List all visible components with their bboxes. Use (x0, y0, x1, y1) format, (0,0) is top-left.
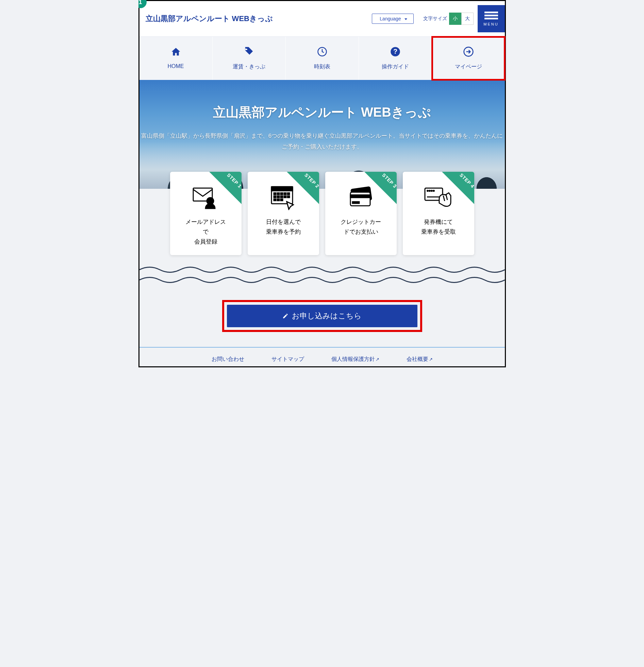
svg-rect-11 (281, 193, 283, 195)
step-ribbon (442, 172, 474, 204)
nav-timetable[interactable]: 時刻表 (286, 37, 359, 80)
login-icon (432, 45, 505, 59)
step-card-4: STEP 4 発券機にて乗車券を受取 (403, 172, 474, 255)
language-button[interactable]: Language (372, 14, 413, 24)
brand-title: 立山黒部アルペンルート WEBきっぷ (146, 14, 372, 24)
font-size-small-button[interactable]: 小 (449, 13, 461, 25)
hero-title: 立山黒部アルペンルート WEBきっぷ (140, 104, 505, 121)
svg-rect-10 (277, 193, 279, 195)
footer: お問い合わせ サイトマップ 個人情報保護方針↗ 会社概要↗ (140, 347, 505, 366)
help-icon: ? (359, 45, 432, 59)
svg-point-27 (427, 191, 428, 192)
header: 立山黒部アルペンルート WEBきっぷ Language 文字サイズ 小 大 ME… (140, 1, 505, 36)
step-card-1: STEP 1 メールアドレスで会員登録 (170, 172, 242, 255)
svg-rect-25 (352, 202, 359, 204)
svg-point-30 (433, 191, 434, 192)
steps-row: STEP 1 メールアドレスで会員登録 STEP 2 (140, 172, 505, 255)
wave-divider (140, 259, 505, 290)
svg-text:?: ? (393, 48, 397, 55)
footer-sitemap[interactable]: サイトマップ (272, 356, 304, 363)
svg-rect-9 (274, 193, 276, 195)
svg-rect-15 (277, 196, 279, 198)
nav-label: HOME (140, 63, 212, 69)
nav-label: マイページ (432, 63, 505, 70)
menu-bar-icon (484, 18, 498, 19)
step-title: 日付を選んで乗車券を予約 (251, 217, 316, 237)
nav-home[interactable]: HOME (140, 37, 213, 80)
home-icon (140, 45, 212, 59)
svg-point-29 (431, 191, 432, 192)
nav-label: 操作ガイド (359, 63, 432, 70)
step-title: 発券機にて乗車券を受取 (406, 217, 471, 237)
svg-rect-16 (281, 196, 283, 198)
steps-section: STEP 1 メールアドレスで会員登録 STEP 2 (140, 172, 505, 259)
external-link-icon: ↗ (429, 357, 433, 362)
nav-fares[interactable]: 運賃・きっぷ (213, 37, 286, 80)
nav-label: 運賃・きっぷ (213, 63, 286, 70)
svg-rect-21 (281, 199, 283, 201)
font-size-group: 文字サイズ 小 大 (423, 13, 473, 25)
step-ribbon (209, 172, 242, 204)
apply-button[interactable]: お申し込みはこちら (227, 305, 417, 327)
tag-icon (213, 45, 286, 59)
svg-rect-17 (284, 196, 286, 198)
hero-description: 富山県側「立山駅」から長野県側「扇沢」まで、6つの乗り物を乗り継ぐ立山黒部アルペ… (140, 131, 505, 153)
step-title: メールアドレスで会員登録 (174, 217, 238, 247)
footer-company[interactable]: 会社概要↗ (406, 356, 433, 363)
font-size-large-button[interactable]: 大 (461, 13, 473, 25)
external-link-icon: ↗ (375, 357, 379, 362)
footer-privacy[interactable]: 個人情報保護方針↗ (331, 356, 379, 363)
app-window: 立山黒部アルペンルート WEBきっぷ Language 文字サイズ 小 大 ME… (139, 0, 506, 367)
step-title: クレジットカードでお支払い (328, 217, 393, 237)
font-size-label: 文字サイズ (423, 16, 447, 22)
step-card-2: STEP 2 日付を選んで乗車券を予約 (248, 172, 319, 255)
menu-button[interactable]: MENU (478, 5, 505, 32)
cta-section: お申し込みはこちら (140, 290, 505, 347)
svg-rect-20 (277, 199, 279, 201)
nav-label: 時刻表 (286, 63, 358, 70)
cta-label: お申し込みはこちら (292, 311, 361, 321)
menu-label: MENU (483, 22, 498, 26)
clock-icon (286, 45, 358, 59)
footer-contact[interactable]: お問い合わせ (212, 356, 244, 363)
main-nav: HOME 運賃・きっぷ 時刻表 ? 操作ガイド マイページ (140, 36, 505, 80)
svg-point-28 (429, 191, 430, 192)
svg-point-0 (246, 49, 247, 50)
step-ribbon (287, 172, 319, 204)
chevron-down-icon (404, 18, 407, 20)
nav-mypage[interactable]: マイページ (432, 37, 505, 80)
step-ribbon (364, 172, 397, 204)
svg-rect-12 (284, 193, 286, 195)
menu-bar-icon (484, 12, 498, 13)
cta-highlight-box: お申し込みはこちら (222, 300, 422, 332)
svg-rect-19 (274, 199, 276, 201)
step-card-3: STEP 3 クレジットカードでお支払い (325, 172, 397, 255)
language-label: Language (380, 16, 401, 21)
svg-rect-14 (274, 196, 276, 198)
menu-bar-icon (484, 15, 498, 16)
pencil-icon (283, 313, 289, 319)
nav-guide[interactable]: ? 操作ガイド (359, 37, 432, 80)
